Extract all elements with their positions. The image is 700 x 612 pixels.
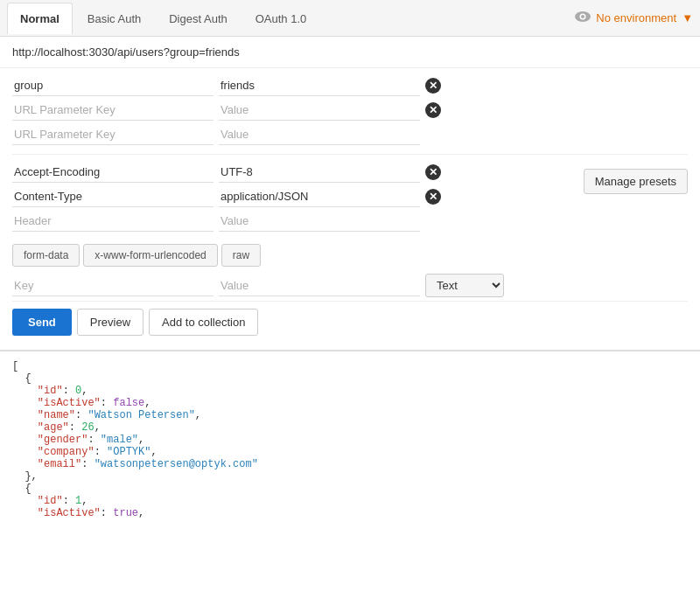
- body-tabs: form-data x-www-form-urlencoded raw: [12, 244, 688, 267]
- param-value-friends[interactable]: [219, 75, 420, 96]
- response-line-1: [: [12, 360, 18, 372]
- remove-param-2-button[interactable]: ✕: [425, 102, 441, 118]
- response-line-2: {: [12, 372, 32, 385]
- chevron-down-icon: ▼: [682, 11, 693, 24]
- header-row: ✕: [12, 186, 571, 207]
- response-section: [ { "id": 0, "isActive": false, "name": …: [0, 350, 700, 542]
- action-buttons: Send Preview Add to collection: [12, 301, 688, 343]
- param-row: [12, 124, 688, 145]
- send-button[interactable]: Send: [12, 309, 72, 336]
- remove-param-1-button[interactable]: ✕: [425, 78, 441, 94]
- manage-presets-button[interactable]: Manage presets: [584, 169, 688, 194]
- response-line-5: "name": "Watson Petersen",: [12, 409, 201, 421]
- main-content: ✕ ✕ ✕ ✕: [0, 68, 700, 350]
- preview-button[interactable]: Preview: [77, 309, 144, 336]
- header-value-3[interactable]: [219, 211, 420, 232]
- env-label: No environment: [596, 11, 676, 24]
- header-key-accept[interactable]: [12, 162, 214, 183]
- body-value-input[interactable]: [219, 275, 420, 296]
- param-key-3[interactable]: [12, 124, 214, 145]
- body-type-select[interactable]: Text File: [425, 274, 504, 297]
- header-row: [12, 211, 571, 232]
- body-tab-form-data[interactable]: form-data: [12, 244, 80, 267]
- response-line-12: "id": 1,: [12, 495, 88, 507]
- response-line-13: "isActive": true,: [12, 507, 144, 519]
- url-bar: http://localhost:3030/api/users?group=fr…: [0, 37, 700, 68]
- tab-digest-auth[interactable]: Digest Auth: [156, 3, 241, 34]
- tab-normal[interactable]: Normal: [7, 3, 73, 34]
- response-line-7: "gender": "male",: [12, 434, 144, 446]
- response-line-4: "isActive": false,: [12, 397, 150, 409]
- response-line-11: {: [12, 483, 32, 495]
- section-divider: [12, 154, 688, 155]
- param-key-group[interactable]: [12, 75, 214, 96]
- response-line-6: "age": 26,: [12, 421, 101, 434]
- add-to-collection-button[interactable]: Add to collection: [149, 309, 258, 336]
- header-value-json[interactable]: [219, 186, 420, 207]
- response-line-3: "id": 0,: [12, 385, 88, 397]
- response-line-10: },: [12, 470, 38, 483]
- param-key-2[interactable]: [12, 100, 214, 121]
- param-row: ✕: [12, 100, 688, 121]
- header-key-3[interactable]: [12, 211, 214, 232]
- tab-bar: Normal Basic Auth Digest Auth OAuth 1.0 …: [0, 0, 700, 37]
- remove-header-2-button[interactable]: ✕: [425, 189, 441, 205]
- tab-oauth[interactable]: OAuth 1.0: [242, 3, 320, 34]
- header-value-utf8[interactable]: [219, 162, 420, 183]
- response-line-9: "email": "watsonpetersen@optyk.com": [12, 458, 258, 470]
- body-tab-raw[interactable]: raw: [221, 244, 261, 267]
- headers-section: ✕ ✕ Manage presets: [12, 162, 688, 235]
- headers-left: ✕ ✕: [12, 162, 571, 235]
- header-key-content-type[interactable]: [12, 186, 214, 207]
- header-row: ✕: [12, 162, 571, 183]
- body-kv-row: Text File: [12, 274, 688, 297]
- response-line-8: "company": "OPTYK",: [12, 446, 158, 458]
- param-value-2[interactable]: [219, 100, 420, 121]
- body-key-input[interactable]: [12, 275, 214, 296]
- url-value: http://localhost:3030/api/users?group=fr…: [12, 45, 240, 59]
- body-tab-urlencoded[interactable]: x-www-form-urlencoded: [83, 244, 217, 267]
- svg-point-2: [581, 15, 584, 18]
- params-section: ✕ ✕: [12, 75, 688, 145]
- param-row: ✕: [12, 75, 688, 96]
- tab-basic-auth[interactable]: Basic Auth: [74, 3, 154, 34]
- env-selector[interactable]: No environment ▼: [575, 11, 693, 24]
- headers-right: Manage presets: [584, 162, 688, 235]
- eye-icon: [575, 11, 591, 24]
- param-value-3[interactable]: [219, 124, 420, 145]
- remove-header-1-button[interactable]: ✕: [425, 164, 441, 180]
